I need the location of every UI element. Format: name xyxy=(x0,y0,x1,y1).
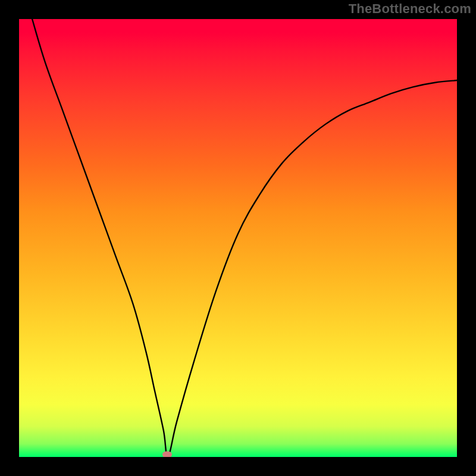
minimum-marker-icon xyxy=(162,452,172,457)
watermark-text: TheBottleneck.com xyxy=(349,1,471,17)
chart-frame: TheBottleneck.com xyxy=(0,0,476,476)
plot-area xyxy=(19,19,457,457)
bottleneck-curve xyxy=(19,19,457,457)
